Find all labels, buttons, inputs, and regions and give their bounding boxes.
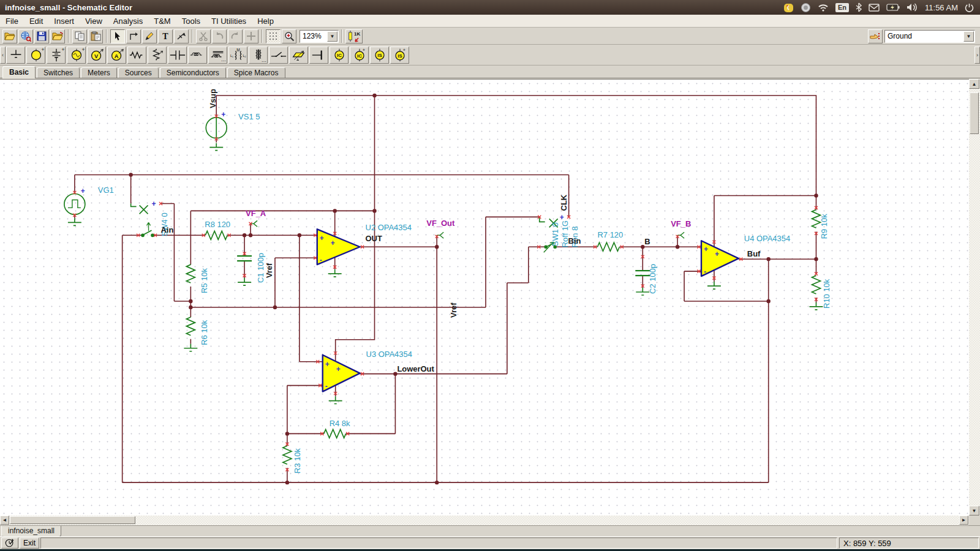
lowerout-label: LowerOut bbox=[397, 364, 434, 373]
component-labels[interactable]: VS1 5 VG1 SW4 0 R8 120 R5 10k R6 10k C1 … bbox=[98, 112, 832, 473]
battery-icon[interactable] bbox=[886, 4, 900, 11]
status-message-field bbox=[40, 538, 837, 549]
select-tool-button[interactable] bbox=[110, 29, 125, 43]
component-jump-button[interactable] bbox=[868, 29, 883, 43]
doc-tab-infnoise-small[interactable]: infnoise_small bbox=[1, 526, 61, 537]
zoom-dropdown-arrow[interactable]: ▼ bbox=[327, 31, 337, 42]
is-pin-component-button[interactable]: IS bbox=[370, 47, 389, 64]
horizontal-scrollbar[interactable]: ◄ ► bbox=[0, 515, 969, 525]
vsup-label: Vsup bbox=[208, 89, 217, 108]
keyboard-layout-indicator[interactable]: En bbox=[835, 3, 849, 12]
app-indicator-icon[interactable] bbox=[783, 2, 794, 13]
vf-b-label: VF_B bbox=[671, 219, 691, 228]
zoom-level-combobox[interactable]: 123% ▼ bbox=[300, 30, 339, 43]
vf-a-label: VF_A bbox=[246, 209, 266, 218]
voltage-source-component-button[interactable]: + bbox=[26, 47, 45, 64]
power-icon[interactable] bbox=[965, 3, 974, 12]
scroll-down-button[interactable]: ▼ bbox=[969, 506, 979, 515]
menu-analysis[interactable]: Analysis bbox=[108, 15, 148, 27]
menu-help[interactable]: Help bbox=[252, 15, 279, 27]
open-button[interactable] bbox=[2, 29, 17, 43]
scroll-left-button[interactable]: ◄ bbox=[0, 515, 9, 525]
component-select-combobox[interactable]: Ground ▼ bbox=[884, 30, 975, 43]
component-scroll-left-button[interactable]: ‹ bbox=[0, 47, 6, 64]
voltage-generator-component-button[interactable]: + bbox=[67, 47, 86, 64]
sphere-indicator-icon[interactable] bbox=[801, 2, 811, 13]
volume-icon[interactable] bbox=[907, 3, 918, 12]
quick-resistor-tool-button[interactable]: 1K bbox=[345, 29, 363, 43]
open-recent-button[interactable] bbox=[50, 29, 65, 43]
undo-button-disabled[interactable] bbox=[212, 29, 227, 43]
redo-button-disabled[interactable] bbox=[228, 29, 243, 43]
mail-icon[interactable] bbox=[869, 4, 880, 12]
potentiometer-component-button[interactable] bbox=[148, 47, 167, 64]
coupled-inductors-component-button[interactable]: ML₁L₂ bbox=[228, 47, 247, 64]
analysis-status-button[interactable] bbox=[1, 538, 18, 549]
vertical-scrollbar[interactable]: ▲ ▼ bbox=[969, 79, 980, 515]
svg-text:+: + bbox=[61, 47, 64, 53]
zoom-in-button[interactable] bbox=[282, 29, 296, 43]
ic-pin-component-button[interactable]: IC bbox=[330, 47, 349, 64]
c1-label: C1 100p bbox=[256, 253, 265, 283]
component-scroll-right-button[interactable]: › bbox=[974, 47, 980, 64]
pencil-tool-button[interactable] bbox=[142, 29, 157, 43]
component-select-arrow[interactable]: ▼ bbox=[963, 31, 974, 42]
vertical-scroll-thumb[interactable] bbox=[970, 92, 979, 134]
grid-toggle-button[interactable] bbox=[266, 29, 281, 43]
menu-file[interactable]: File bbox=[0, 15, 24, 27]
paste-button[interactable] bbox=[88, 29, 103, 43]
tab-spice-macros[interactable]: Spice Macros bbox=[227, 67, 285, 78]
tab-basic[interactable]: Basic bbox=[2, 66, 36, 78]
menu-ti-utilities[interactable]: TI Utilities bbox=[206, 15, 252, 27]
menu-tools[interactable]: Tools bbox=[176, 15, 206, 27]
scroll-up-button[interactable]: ▲ bbox=[969, 79, 979, 89]
switch-component-button[interactable] bbox=[269, 47, 288, 64]
tab-switches[interactable]: Switches bbox=[37, 67, 80, 78]
tab-meters[interactable]: Meters bbox=[81, 67, 117, 78]
wire-tool-button[interactable] bbox=[126, 29, 141, 43]
scroll-right-button[interactable]: ► bbox=[959, 515, 968, 525]
probe-labels[interactable]: VF_A VF_Out VF_B bbox=[246, 209, 691, 228]
battery-component-button[interactable]: + bbox=[47, 47, 66, 64]
center-tool-button-disabled[interactable] bbox=[244, 29, 258, 43]
capacitor-component-button[interactable] bbox=[168, 47, 187, 64]
wires[interactable] bbox=[75, 96, 816, 482]
ground-component-button[interactable] bbox=[6, 47, 25, 64]
menu-insert[interactable]: Insert bbox=[48, 15, 80, 27]
inductor-core-component-button[interactable]: … bbox=[208, 47, 227, 64]
voltmeter-component-button[interactable]: V bbox=[87, 47, 106, 64]
horizontal-scroll-thumb[interactable] bbox=[10, 516, 135, 524]
svg-text:+: + bbox=[320, 234, 324, 242]
cut-button-disabled[interactable] bbox=[196, 29, 211, 43]
save-button[interactable] bbox=[34, 29, 49, 43]
terminal-component-button[interactable] bbox=[309, 47, 328, 64]
exit-button[interactable]: Exit bbox=[20, 538, 39, 549]
text-tool-button[interactable]: T bbox=[158, 29, 173, 43]
resistor-component-button[interactable] bbox=[127, 47, 146, 64]
open-web-button[interactable] bbox=[18, 29, 33, 43]
is-pin-plus-component-button[interactable]: +IS bbox=[390, 47, 409, 64]
menu-edit[interactable]: Edit bbox=[24, 15, 48, 27]
u3-label: U3 OPA4354 bbox=[366, 350, 412, 359]
wifi-icon[interactable] bbox=[818, 3, 829, 12]
tab-sources[interactable]: Sources bbox=[118, 67, 159, 78]
menu-view[interactable]: View bbox=[80, 15, 108, 27]
r5-resistor bbox=[186, 264, 195, 283]
ammeter-component-button[interactable]: A bbox=[107, 47, 126, 64]
inductor-component-button[interactable] bbox=[188, 47, 207, 64]
wire-edit-tool-button[interactable] bbox=[174, 29, 189, 43]
schematic-canvas[interactable]: ++- ++- ++- + + + + VS1 5 VG bbox=[0, 79, 969, 515]
menu-tm[interactable]: T&M bbox=[148, 15, 176, 27]
clock[interactable]: 11:56 AM bbox=[925, 3, 958, 12]
tab-semiconductors[interactable]: Semiconductors bbox=[160, 67, 226, 78]
component-symbols[interactable] bbox=[64, 118, 823, 464]
r7-label: R7 120 bbox=[597, 230, 623, 239]
svg-text:-: - bbox=[325, 382, 328, 391]
copy-button[interactable] bbox=[72, 29, 87, 43]
transformer-component-button[interactable]: … bbox=[249, 47, 268, 64]
bluetooth-icon[interactable] bbox=[856, 2, 862, 12]
svg-text:+: + bbox=[331, 239, 335, 247]
ic-pin-plus-component-button[interactable]: +IC bbox=[350, 47, 369, 64]
svg-text:+: + bbox=[81, 47, 85, 53]
trimmer-component-button[interactable] bbox=[289, 47, 308, 64]
